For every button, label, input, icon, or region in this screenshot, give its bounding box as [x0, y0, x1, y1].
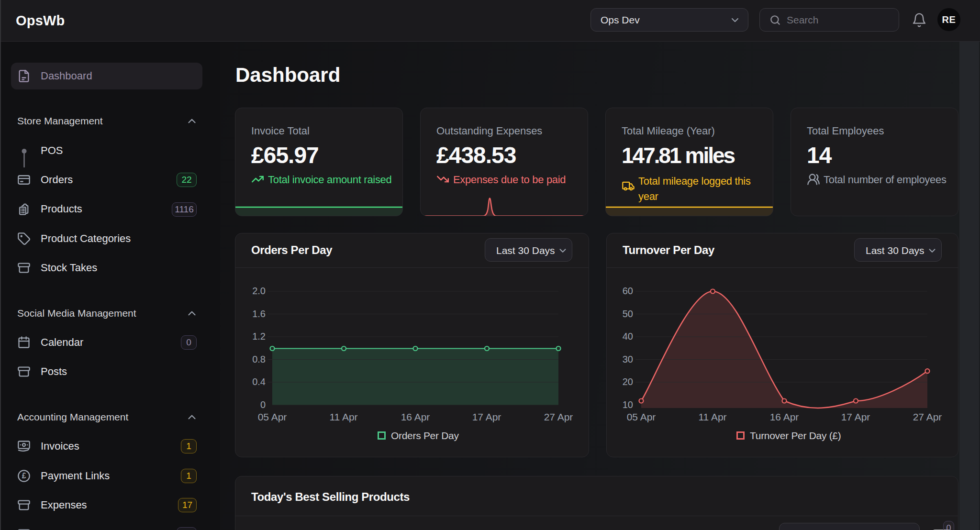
svg-text:£: £	[22, 472, 26, 480]
